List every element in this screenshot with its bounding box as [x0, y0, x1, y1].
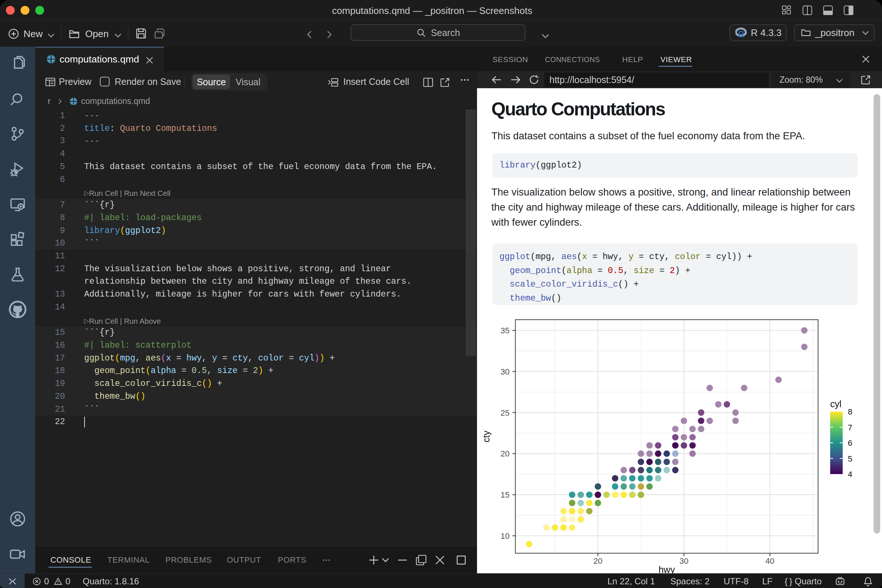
svg-text:35: 35 — [501, 326, 509, 335]
svg-text:cyl: cyl — [830, 399, 842, 409]
svg-text:15: 15 — [501, 490, 509, 500]
svg-text:20: 20 — [594, 556, 602, 566]
svg-text:8: 8 — [848, 407, 852, 416]
svg-text:20: 20 — [501, 449, 509, 458]
svg-text:30: 30 — [680, 556, 688, 566]
svg-text:10: 10 — [501, 531, 509, 541]
svg-text:25: 25 — [501, 408, 509, 417]
svg-text:R: R — [738, 29, 744, 39]
svg-text:7: 7 — [848, 423, 852, 432]
svg-text:6: 6 — [848, 438, 852, 448]
svg-text:30: 30 — [501, 367, 509, 376]
svg-text:hwy: hwy — [658, 564, 675, 573]
svg-text:4: 4 — [848, 470, 852, 479]
svg-text:40: 40 — [765, 556, 774, 566]
svg-text:cty: cty — [481, 430, 491, 442]
svg-text:5: 5 — [848, 454, 852, 464]
